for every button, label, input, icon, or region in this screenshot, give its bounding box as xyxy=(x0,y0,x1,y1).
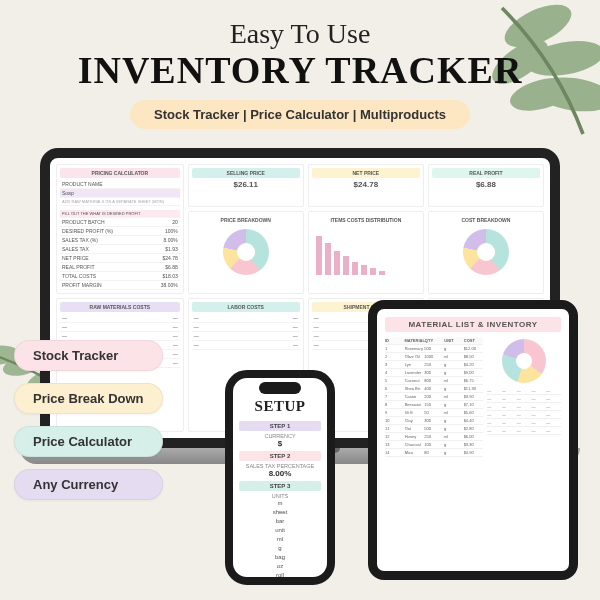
pill-price-calculator: Price Calculator xyxy=(14,426,163,457)
tablet-side-rows: ————— ————— ————— ————— ————— ————— xyxy=(487,387,561,435)
subtitle-bar: Stock Tracker | Price Calculator | Multi… xyxy=(130,100,470,129)
fill-note: FILL OUT THE WHAT IS DESIRED PROFIT xyxy=(62,211,140,216)
donut-chart-icon xyxy=(463,229,509,275)
real-profit-panel: REAL PROFIT $6.88 xyxy=(428,164,544,207)
selling-price-panel: SELLING PRICE $26.11 xyxy=(188,164,304,207)
cost-breakdown-chart: COST BREAKDOWN xyxy=(428,211,544,295)
bar-chart-icon xyxy=(316,229,416,275)
pricing-calculator-panel: PRICING CALCULATOR PRODUCT NAME Soap ADD… xyxy=(56,164,184,294)
net-price-panel: NET PRICE $24.78 xyxy=(308,164,424,207)
phone-mockup: SETUP STEP 1 CURRENCY $ STEP 2 SALES TAX… xyxy=(225,370,335,585)
donut-chart-icon xyxy=(502,339,546,383)
product-name-value: Soap xyxy=(62,190,74,196)
pill-stock-tracker: Stock Tracker xyxy=(14,340,163,371)
price-breakdown-chart: PRICE BREAKDOWN xyxy=(188,211,304,295)
pill-any-currency: Any Currency xyxy=(14,469,163,500)
pricing-calc-title: PRICING CALCULATOR xyxy=(60,168,180,178)
setup-title: SETUP xyxy=(239,398,321,415)
phone-notch xyxy=(259,382,301,394)
step2-header: STEP 2 xyxy=(239,451,321,461)
step1-header: STEP 1 xyxy=(239,421,321,431)
tablet-side-panel: ————— ————— ————— ————— ————— ————— xyxy=(487,337,561,457)
selling-price-value: $26.11 xyxy=(192,180,300,189)
product-name-label: PRODUCT NAME xyxy=(62,181,102,187)
tax-value: 8.00% xyxy=(239,469,321,478)
pill-price-breakdown: Price Break Down xyxy=(14,383,163,414)
donut-chart-icon xyxy=(223,229,269,275)
real-profit-value: $6.88 xyxy=(432,180,540,189)
units-list: msheetbarunitmlgbagozrollcup xyxy=(239,499,321,585)
items-cost-dist-chart: ITEMS COSTS DISTRIBUTION xyxy=(308,211,424,295)
note-text: ADD RAW MATERIALS ON A SEPARATE SHEET (M… xyxy=(62,199,164,204)
material-table: IDMATERIALQTYUNITCOST1Rosemary500g$12.00… xyxy=(385,337,483,457)
tablet-title: MATERIAL LIST & INVENTORY xyxy=(385,317,561,332)
currency-value: $ xyxy=(239,439,321,448)
tablet-mockup: MATERIAL LIST & INVENTORY IDMATERIALQTYU… xyxy=(368,300,578,580)
header-script: Easy To Use xyxy=(0,18,600,50)
page-title: INVENTORY TRACKER xyxy=(0,48,600,92)
step3-header: STEP 3 xyxy=(239,481,321,491)
net-price-value: $24.78 xyxy=(312,180,420,189)
feature-pills: Stock Tracker Price Break Down Price Cal… xyxy=(14,340,163,500)
